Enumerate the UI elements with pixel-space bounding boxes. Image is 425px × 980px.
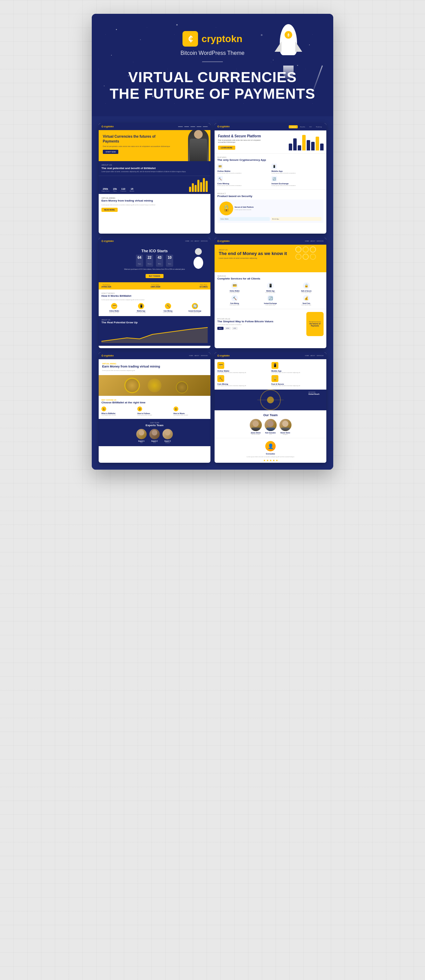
sc3-feature-2: 📱 Mobile App Lorem ipsum dolor — [128, 303, 154, 314]
exchange-icon: 🔄 — [272, 176, 277, 181]
sc4-service-2: 📱 Mobile App Lorem ipsum dolor — [253, 282, 288, 294]
sc3-hero-btn[interactable]: BUY TOKENS — [146, 274, 164, 278]
sc2-tabs: Features Benefits ICO Roadmap — [289, 125, 323, 128]
sc3-astronaut — [191, 248, 205, 269]
sc4-services-grid: 💳 Online Wallet Lorem ipsum dolor 📱 Mobi… — [217, 282, 323, 306]
sc5-step-1: 1 What is BitWallet Lorem ipsum dolor si… — [102, 406, 135, 416]
logo-text-end: kn — [231, 33, 242, 44]
sc3-header: ₵ cryptokn HOMEICOABOUTSERVICES — [99, 238, 210, 245]
sc6-logo: ₵ cryptokn — [217, 355, 230, 357]
sc3-logo: ₵ cryptokn — [102, 240, 114, 243]
logo-text: cryptokn — [201, 33, 242, 45]
sc1-hero-btn[interactable]: START NOW — [103, 150, 118, 154]
headline-line2: THE FUTURE OF PAYMENTS — [105, 86, 320, 102]
sc4-service-4: ⛏️ Coin Mining Lorem ipsum dolor — [217, 295, 252, 306]
screenshot-5: ₵ cryptokn HOMEABOUTSERVICES VIRTUAL MIN… — [99, 352, 210, 463]
sc2-hero: Fastest & Secure Platform Deal sit persp… — [215, 130, 271, 154]
mobile-icon: 📱 — [272, 164, 277, 169]
sc3-grow: ABOUT US The Real Potential Grow Up — [99, 316, 210, 346]
sc5-hero: VIRTUAL MINING Earn Money from trading v… — [99, 359, 210, 375]
sc6-service-3: ⛏️ Coin Mining Lorem ipsum dolor sit ame… — [217, 375, 270, 387]
sc1-logo: ₵ cryptokn — [102, 125, 114, 128]
sc6-mining-icon: ⛏️ — [217, 375, 224, 382]
sc2-hero-row: Fastest & Secure Platform Deal sit persp… — [215, 130, 326, 154]
growth-chart-svg — [102, 326, 208, 343]
sc3-tokens: Total Tokens 24453.525 In Circulation 16… — [99, 282, 210, 290]
sc4-service-6: 💰 Send Coin Lorem ipsum dolor — [289, 295, 323, 306]
logo-text-start: crypto — [201, 33, 231, 44]
sc4-coins — [295, 247, 323, 260]
header-section: ₿ ₵ cryptokn Bitcoin WordPress Theme VIR… — [92, 14, 333, 116]
sc3-features-grid: 💳 Online Wallet Lorem ipsum dolor 📱 Mobi… — [102, 303, 208, 314]
star-2: ★ — [266, 459, 269, 462]
sc2-logo: ₵ cryptokn — [217, 125, 230, 128]
sc5-header: ₵ cryptokn HOMEABOUTSERVICES — [99, 352, 210, 359]
sc6-testimonial: 👤 Gonzalez Lorem ipsum dolor sit amet co… — [215, 438, 326, 462]
sc2-feature-4: 🔄 Instant Exchange Lorem ipsum dolor sit… — [272, 176, 323, 186]
sc1-person — [188, 130, 209, 161]
sc6-service-1: 💳 Online Wallet Lorem ipsum dolor sit am… — [217, 362, 270, 374]
sc6-testimonial-avatar: 👤 — [265, 441, 275, 451]
sc5-member-2: Expert 2 CTO — [150, 429, 160, 444]
sc2-feature-1: 💳 Online Wallet Lorem ipsum dolor sit am… — [217, 164, 269, 174]
sc6-avatar-2 — [264, 419, 277, 431]
sc6-services: 💳 Online Wallet Lorem ipsum dolor sit am… — [215, 359, 326, 390]
sc5-avatar-1 — [136, 429, 146, 439]
sc6-globe: NETWORK Global Reach — [215, 390, 326, 410]
screenshot-3: ₵ cryptokn HOMEICOABOUTSERVICES The ICO … — [99, 238, 210, 348]
sc5-steps: 1 What is BitWallet Lorem ipsum dolor si… — [102, 406, 208, 416]
sc6-team-members: James Simon CEO & Founder Kate Gonzalez … — [217, 419, 323, 435]
main-headline: VIRTUAL CURRENCIES THE FUTURE OF PAYMENT… — [105, 69, 320, 102]
mobile-app-icon: 📱 — [138, 303, 144, 309]
sc4-header: ₵ cryptokn HOMEABOUTSERVICES — [215, 238, 326, 245]
wallet-icon: 💳 — [217, 164, 223, 169]
sc3-features: HOW IT WORKS How it Works BitWallet Lore… — [99, 290, 210, 317]
sc2-product-detail: 🔒 Secure & Safe Platform Lorem ipsum dol… — [217, 199, 323, 223]
star-3: ★ — [269, 459, 272, 462]
sc5-choose: WHY CHOOSE US Choose BitWallet at the ri… — [99, 396, 210, 419]
sc1-stats: 250kHappy Users 15kTrans. 110Countries 1… — [102, 188, 134, 192]
sc1-mining-btn[interactable]: READ MORE — [102, 208, 118, 212]
sc2-tab-1[interactable]: Features — [289, 125, 298, 128]
sc3-graph — [102, 326, 208, 343]
online-wallet-icon: 💳 — [111, 303, 117, 309]
sc6-nav: HOMEABOUTSERVICES — [305, 355, 323, 356]
header-divider — [202, 61, 223, 62]
sc1-section: ABOUT US The real potential and benefit … — [99, 161, 210, 176]
screenshot-1: ₵ cryptokn Virtual Currencies the future… — [99, 123, 210, 234]
sc5-step-3: 3 How to Waste Lorem ipsum dolor sit ame… — [174, 406, 208, 416]
sc5-avatar-3 — [162, 429, 173, 439]
instant-exchange-icon: 🔄 — [192, 303, 198, 309]
star-4: ★ — [272, 459, 275, 462]
sc2-hero-btn[interactable]: LEARN MORE — [218, 146, 235, 150]
sc1-nav — [178, 126, 208, 127]
sc1-hero: Virtual Currencies the futures of Paymen… — [99, 130, 210, 161]
sc1-hero-text: Virtual Currencies the futures of Paymen… — [103, 134, 160, 144]
headline-line1: VIRTUAL CURRENCIES — [105, 69, 320, 86]
sc2-tab-4[interactable]: Roadmap — [314, 125, 323, 128]
sc3-feature-4: 🔄 Instant Exchange Lorem ipsum dolor — [182, 303, 208, 314]
sc6-member-1: James Simon CEO & Founder — [250, 419, 262, 435]
sc4-service-3: 🔒 Safe & Secure Lorem ipsum dolor — [289, 282, 323, 294]
logo-area: ₵ cryptokn — [105, 31, 320, 46]
sc2-chart — [271, 130, 326, 154]
sc2-tab-2[interactable]: Benefits — [298, 125, 307, 128]
sc6-mobile-icon: 📱 — [272, 362, 279, 369]
sc6-avatar-3 — [279, 419, 291, 431]
sc4-logo: ₵ cryptokn — [217, 240, 230, 243]
sc4-phone-mockup: Virtual Currencies the futures ofPayment… — [306, 312, 323, 336]
sc3-hero: The ICO Starts 64Days 22Hours 43Mins 10S… — [99, 245, 210, 282]
sc6-stars: ★ ★ ★ ★ ★ — [217, 459, 323, 462]
sc6-globe-circle — [260, 390, 281, 410]
screenshot-6: ₵ cryptokn HOMEABOUTSERVICES 💳 Online Wa… — [215, 352, 326, 463]
sc4-hero: ABOUT US The end of Money as we know it … — [215, 245, 326, 272]
sc6-services-grid: 💳 Online Wallet Lorem ipsum dolor sit am… — [217, 362, 323, 387]
sc2-tab-3[interactable]: ICO — [308, 125, 314, 128]
star-1: ★ — [263, 459, 266, 462]
sc3-nav: HOMEICOABOUTSERVICES — [185, 240, 208, 242]
sc2-feature-2: 📱 Mobile App Lorem ipsum dolor sit amet … — [272, 164, 323, 174]
sc5-team-members: Expert 1 CEO Expert 2 CTO — [102, 429, 208, 444]
screenshots-grid: ₵ cryptokn Virtual Currencies the future… — [92, 116, 333, 469]
sc1-header: ₵ cryptokn — [99, 123, 210, 130]
sc5-hero-image — [99, 375, 210, 396]
